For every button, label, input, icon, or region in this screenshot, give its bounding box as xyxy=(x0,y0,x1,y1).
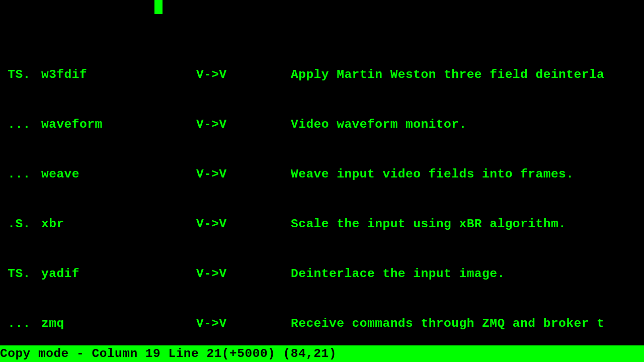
filter-row: .S.xbrV->VScale the input using xBR algo… xyxy=(0,216,604,232)
filter-row: TS.w3fdifV->VApply Martin Weston three f… xyxy=(0,66,604,83)
filter-row: TS.yadifV->VDeinterlace the input image. xyxy=(0,265,604,282)
cursor xyxy=(154,0,163,14)
terminal-output[interactable]: TS.w3fdifV->VApply Martin Weston three f… xyxy=(0,0,604,362)
filter-row: ...waveformV->VVideo waveform monitor. xyxy=(0,116,604,133)
filter-row: ...zmqV->VReceive commands through ZMQ a… xyxy=(0,315,604,332)
filter-row: ...weaveV->VWeave input video fields int… xyxy=(0,166,604,183)
status-bar: Copy mode - Column 19 Line 21(+5000) (84… xyxy=(0,345,644,362)
